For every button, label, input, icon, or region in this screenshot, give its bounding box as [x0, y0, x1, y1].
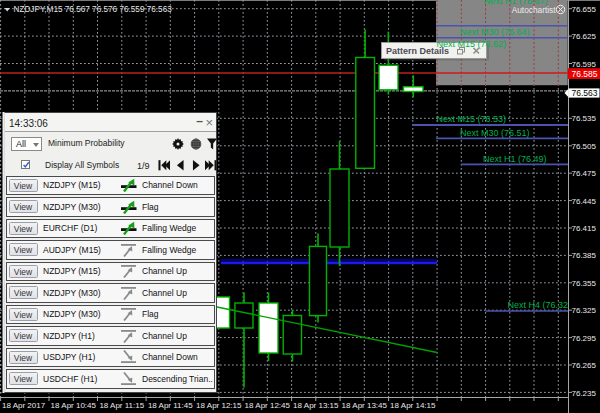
svg-text:18 Apr 13:15: 18 Apr 13:15: [293, 401, 339, 410]
svg-text:Next H1 (76.49): Next H1 (76.49): [483, 154, 547, 164]
svg-text:18 Apr 10:45: 18 Apr 10:45: [51, 401, 97, 410]
svg-text:18 Apr 2017: 18 Apr 2017: [2, 401, 46, 410]
svg-text:76.355: 76.355: [572, 279, 597, 288]
svg-text:76.445: 76.445: [572, 197, 597, 206]
svg-text:76.585: 76.585: [572, 69, 598, 79]
svg-text:NZDJPY,M15 76.567 76.576 76.55: NZDJPY,M15 76.567 76.576 76.559 76.563: [14, 5, 173, 14]
svg-text:Next M30 (76.51): Next M30 (76.51): [460, 128, 530, 138]
svg-text:76.535: 76.535: [572, 114, 597, 123]
svg-text:18 Apr 11:45: 18 Apr 11:45: [148, 401, 193, 410]
svg-text:76.325: 76.325: [572, 306, 597, 315]
svg-text:18 Apr 11:15: 18 Apr 11:15: [99, 401, 144, 410]
svg-text:76.415: 76.415: [572, 224, 597, 233]
svg-text:76.563: 76.563: [572, 88, 598, 98]
svg-text:Autochartist: Autochartist: [512, 5, 557, 15]
svg-text:76.295: 76.295: [572, 334, 597, 343]
svg-text:76.265: 76.265: [572, 361, 597, 370]
svg-text:18 Apr 12:45: 18 Apr 12:45: [245, 401, 291, 410]
svg-text:76.385: 76.385: [572, 251, 597, 260]
svg-text:Next M30 (76.64): Next M30 (76.64): [460, 27, 530, 37]
svg-text:76.655: 76.655: [572, 5, 597, 14]
svg-text:76.595: 76.595: [572, 60, 597, 69]
svg-text:18 Apr 12:15: 18 Apr 12:15: [196, 401, 242, 410]
svg-text:76.625: 76.625: [572, 32, 597, 41]
svg-text:Next M15 (76.53): Next M15 (76.53): [437, 114, 507, 124]
svg-text:76.505: 76.505: [572, 142, 597, 151]
svg-text:76.235: 76.235: [572, 389, 597, 398]
svg-text:18 Apr 14:15: 18 Apr 14:15: [390, 401, 436, 410]
svg-text:18 Apr 13:45: 18 Apr 13:45: [342, 401, 388, 410]
svg-text:Next M15 (76.62): Next M15 (76.62): [437, 39, 507, 49]
svg-text:Next H4 (76.32: Next H4 (76.32: [508, 300, 569, 310]
svg-text:76.475: 76.475: [572, 169, 597, 178]
